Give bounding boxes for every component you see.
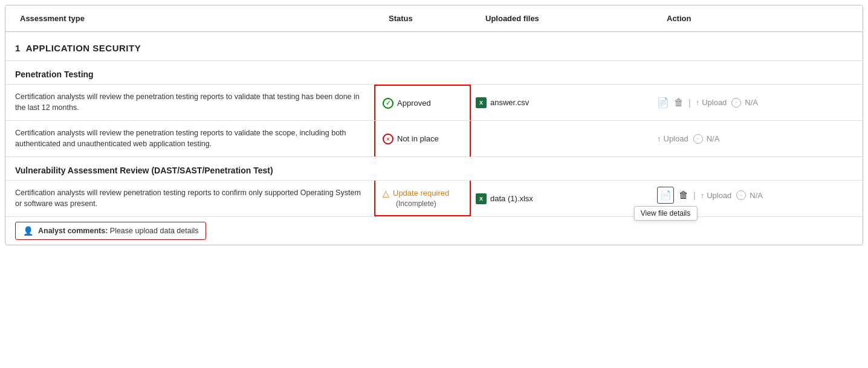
status-cell-not-in-place: × Not in place [374, 121, 471, 157]
upload-button-3[interactable]: ↑ Upload [701, 191, 732, 200]
approved-icon: ✓ [383, 98, 394, 109]
analyst-comments-box: 👤 Analyst comments: Please upload data d… [15, 222, 206, 240]
upload-button-2[interactable]: ↑ Upload [657, 134, 688, 143]
document-icon[interactable]: 📄 [657, 97, 669, 108]
analyst-label: Analyst comments: Please upload data det… [38, 227, 198, 235]
action-cell-3: 📄 View file details 🗑 | ↑ Upload − N/A [652, 181, 863, 216]
view-file-details-tooltip: View file details [634, 206, 698, 221]
delete-icon-3[interactable]: 🗑 [679, 190, 688, 201]
status-cell-update-required: △ Update required (Incomplete) [374, 181, 471, 216]
excel-icon: X [476, 97, 487, 108]
divider-1: | [688, 98, 691, 108]
not-in-place-icon: × [383, 134, 394, 144]
upload-button-1[interactable]: ↑ Upload [696, 98, 727, 107]
main-table: Assessment type Status Uploaded files Ac… [5, 5, 863, 245]
warning-icon: △ [383, 189, 389, 198]
table-row: Certification analysts will review the p… [5, 120, 863, 157]
document-bordered-icon[interactable]: 📄 [657, 187, 674, 204]
analyst-icon: 👤 [23, 226, 33, 236]
table-header: Assessment type Status Uploaded files Ac… [5, 5, 863, 32]
uploaded-file-1: X answer.csv [471, 85, 652, 120]
uploaded-file-3: X data (1).xlsx [471, 181, 652, 216]
penetration-testing-title: Penetration Testing [5, 60, 863, 84]
col-status: Status [384, 11, 481, 25]
action-cell-1: 📄 🗑 | ↑ Upload − N/A [652, 85, 863, 120]
uploaded-file-2 [471, 121, 652, 157]
analyst-comments-row: 👤 Analyst comments: Please upload data d… [5, 216, 863, 245]
assessment-description-3: Certification analysts will review penet… [5, 181, 374, 216]
col-uploaded-files: Uploaded files [481, 11, 662, 25]
section-1-title: 1 APPLICATION SECURITY [5, 32, 863, 60]
vulnerability-assessment-title: Vulnerability Assessment Review (DAST/SA… [5, 157, 863, 180]
divider-3: | [693, 190, 696, 200]
status-subtext: (Incomplete) [383, 199, 436, 208]
na-button-2[interactable]: − N/A [693, 134, 720, 144]
assessment-description-2: Certification analysts will review the p… [5, 121, 374, 157]
view-file-details-button[interactable]: 📄 View file details [657, 187, 674, 204]
excel-icon-2: X [476, 193, 487, 204]
table-row: Certification analysts will review penet… [5, 180, 863, 216]
na-button-1[interactable]: − N/A [731, 98, 758, 108]
status-cell-approved: ✓ Approved [374, 85, 471, 120]
col-action: Action [662, 11, 863, 25]
delete-icon[interactable]: 🗑 [674, 97, 684, 108]
assessment-description-1: Certification analysts will review the p… [5, 85, 374, 120]
na-button-3[interactable]: − N/A [736, 190, 763, 200]
action-cell-2: ↑ Upload − N/A [652, 121, 863, 157]
col-assessment-type: Assessment type [15, 11, 384, 25]
table-row: Certification analysts will review the p… [5, 84, 863, 120]
